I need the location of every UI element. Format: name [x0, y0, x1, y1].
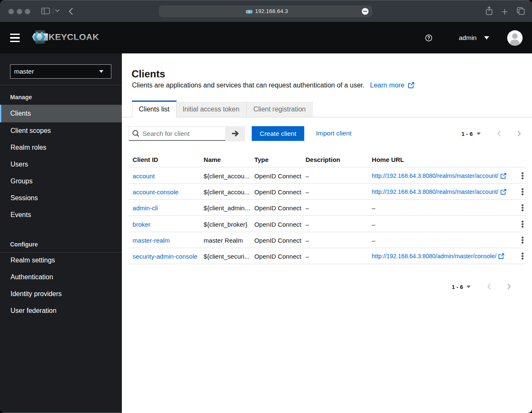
svg-text:KEYCLOAK: KEYCLOAK — [49, 32, 99, 42]
svg-text:?: ? — [427, 35, 430, 40]
